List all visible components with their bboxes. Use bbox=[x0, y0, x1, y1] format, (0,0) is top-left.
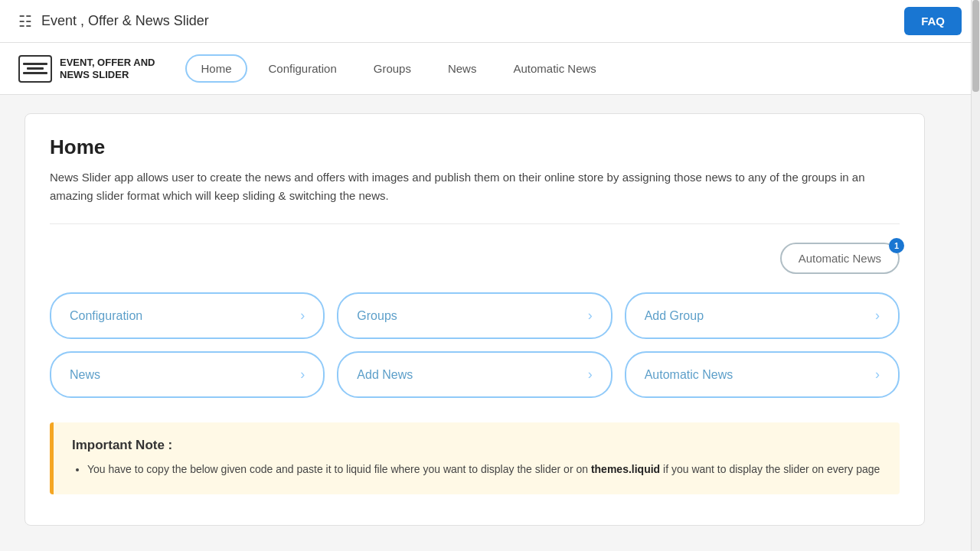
chevron-icon: › bbox=[300, 308, 305, 324]
scrollbar[interactable] bbox=[971, 0, 980, 550]
nav-link-home[interactable]: Home bbox=[185, 54, 247, 83]
nav-link-configuration[interactable]: Configuration bbox=[253, 54, 352, 83]
important-note-title: Important Note : bbox=[72, 438, 881, 453]
grid-row-1: Configuration › Groups › Add Group › bbox=[50, 292, 900, 339]
groups-button[interactable]: Groups › bbox=[337, 292, 612, 339]
configuration-button[interactable]: Configuration › bbox=[50, 292, 325, 339]
faq-button[interactable]: FAQ bbox=[904, 7, 962, 35]
important-note: Important Note : You have to copy the be… bbox=[50, 422, 900, 494]
logo-line-2 bbox=[27, 67, 44, 70]
chevron-icon: › bbox=[875, 308, 880, 324]
nav-link-news[interactable]: News bbox=[433, 54, 492, 83]
home-card: Home News Slider app allows user to crea… bbox=[24, 113, 925, 526]
nav-logo: EVENT, OFFER AND NEWS SLIDER bbox=[18, 55, 155, 83]
logo-line-3 bbox=[23, 72, 47, 74]
nav-link-automatic-news[interactable]: Automatic News bbox=[498, 54, 611, 83]
app-title: Event , Offer & News Slider bbox=[41, 13, 209, 29]
nav-links: Home Configuration Groups News Automatic… bbox=[185, 54, 611, 83]
nav-link-groups[interactable]: Groups bbox=[358, 54, 426, 83]
card-divider bbox=[50, 223, 900, 224]
scrollbar-thumb[interactable] bbox=[972, 0, 979, 92]
important-note-list: You have to copy the below given code an… bbox=[72, 461, 881, 479]
logo-text: EVENT, OFFER AND NEWS SLIDER bbox=[60, 57, 155, 80]
add-group-button[interactable]: Add Group › bbox=[625, 292, 900, 339]
add-news-button[interactable]: Add News › bbox=[337, 351, 612, 398]
auto-news-top-area: Automatic News 1 bbox=[50, 243, 900, 274]
nav-bar: EVENT, OFFER AND NEWS SLIDER Home Config… bbox=[0, 43, 980, 95]
chevron-icon: › bbox=[588, 308, 593, 324]
top-bar-left: ☷ Event , Offer & News Slider bbox=[18, 12, 209, 31]
news-button[interactable]: News › bbox=[50, 351, 325, 398]
home-description: News Slider app allows user to create th… bbox=[50, 168, 892, 205]
chevron-icon: › bbox=[875, 367, 880, 383]
top-bar: ☷ Event , Offer & News Slider FAQ bbox=[0, 0, 980, 43]
chevron-icon: › bbox=[300, 367, 305, 383]
logo-line-1 bbox=[23, 63, 47, 65]
logo-icon bbox=[18, 55, 52, 83]
automatic-news-button[interactable]: Automatic News › bbox=[625, 351, 900, 398]
important-note-item: You have to copy the below given code an… bbox=[87, 461, 881, 479]
automatic-news-badge-button[interactable]: Automatic News 1 bbox=[780, 243, 900, 274]
home-title: Home bbox=[50, 135, 900, 159]
grid-row-2: News › Add News › Automatic News › bbox=[50, 351, 900, 398]
badge-count: 1 bbox=[889, 238, 904, 253]
main-content: Home News Slider app allows user to crea… bbox=[0, 95, 949, 550]
chevron-icon: › bbox=[588, 367, 593, 383]
menu-icon: ☷ bbox=[18, 12, 32, 31]
